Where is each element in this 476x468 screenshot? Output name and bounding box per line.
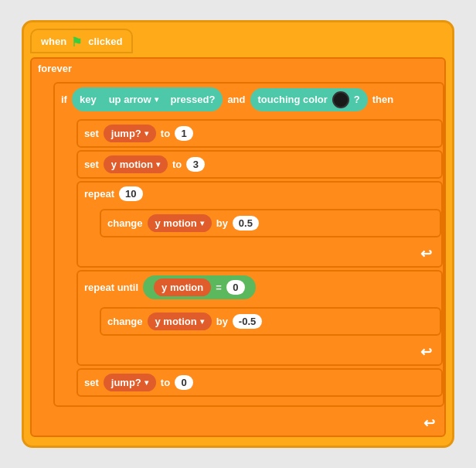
jump-arrow-1: ▾: [144, 129, 148, 138]
repeat-until-block: repeat until y motion = 0: [76, 270, 443, 366]
key-pressed-block[interactable]: key up arrow ▾ pressed?: [72, 87, 223, 111]
forever-header: forever: [32, 59, 444, 78]
repeat-10-block: repeat 10 change y motion ▾: [76, 181, 443, 268]
forever-label: forever: [38, 63, 72, 74]
change1-value[interactable]: 0.5: [233, 216, 259, 231]
repeat-until-label: repeat until: [84, 282, 138, 293]
condition-op: =: [216, 282, 222, 293]
set1-label: set: [84, 128, 99, 139]
jump-var-1: jump?: [111, 128, 141, 139]
if-body: set jump? ▾ to 1 set y motion ▾: [76, 115, 443, 401]
ymotion-dropdown-3[interactable]: y motion: [154, 278, 211, 296]
repeat-10-footer: ↩: [78, 241, 441, 266]
condition-value[interactable]: 0: [226, 280, 245, 295]
repeat-until-body: change y motion ▾ by -0.5: [100, 303, 441, 340]
and-label: and: [227, 94, 245, 105]
ymotion-dropdown-2[interactable]: y motion ▾: [148, 214, 212, 232]
by1-label: by: [216, 217, 228, 229]
ymotion-var-2: y motion: [155, 217, 197, 229]
ymotion-arrow-4: ▾: [200, 317, 204, 326]
to3-label: to: [161, 377, 170, 388]
repeat-10-header: repeat 10: [78, 183, 441, 205]
repeat1-label: repeat: [84, 188, 114, 200]
scratch-program: when clicked forever if key up arrow: [22, 20, 454, 448]
clicked-label: clicked: [88, 36, 122, 47]
question-mark: ?: [354, 94, 360, 105]
to2-label: to: [172, 159, 182, 170]
ymotion-var-4: y motion: [155, 316, 197, 327]
when-label: when: [41, 36, 66, 47]
touching-color-block[interactable]: touching color ?: [250, 88, 368, 111]
if-block: if key up arrow ▾ pressed? and touching …: [53, 82, 444, 407]
pressed-label: pressed?: [171, 94, 216, 105]
jump-var-2: jump?: [111, 377, 141, 388]
set-jump-1-block: set jump? ▾ to 1: [76, 119, 443, 148]
set3-value[interactable]: 0: [175, 375, 193, 390]
then-label: then: [372, 94, 393, 105]
set-ymotion-3-block: set y motion ▾ to 3: [76, 150, 443, 179]
key-label: key: [80, 94, 97, 105]
forever-footer: ↩: [32, 411, 444, 436]
ymotion-dropdown-4[interactable]: y motion ▾: [148, 313, 212, 330]
ymotion-var-3: y motion: [162, 282, 203, 293]
repeat-until-header: repeat until y motion = 0: [78, 272, 441, 303]
set2-value[interactable]: 3: [186, 157, 205, 172]
ymotion-arrow-2: ▾: [200, 219, 204, 227]
change-ymotion-neg05-block: change y motion ▾ by -0.5: [100, 307, 441, 336]
key-dropdown[interactable]: up arrow ▾: [101, 91, 166, 108]
set3-label: set: [84, 377, 99, 388]
repeat-until-arrow: ↩: [417, 342, 435, 362]
to1-label: to: [161, 128, 170, 139]
jump-dropdown-2[interactable]: jump? ▾: [104, 374, 156, 391]
ymotion-var-1: y motion: [111, 159, 153, 170]
jump-arrow-2: ▾: [144, 378, 148, 387]
change-ymotion-05-block: change y motion ▾ by 0.5: [100, 209, 441, 237]
touching-label: touching color: [258, 94, 328, 105]
change1-label: change: [107, 217, 143, 229]
set-jump-0-block: set jump? ▾ to 0: [76, 368, 443, 397]
change2-label: change: [107, 316, 143, 327]
color-circle[interactable]: [332, 91, 349, 108]
flag-icon: [71, 35, 83, 47]
repeat-until-footer: ↩: [78, 340, 441, 364]
set1-value[interactable]: 1: [175, 126, 193, 141]
if-header: if key up arrow ▾ pressed? and touching …: [55, 84, 443, 115]
if-footer: [55, 401, 443, 405]
by2-label: by: [216, 316, 228, 327]
repeat-10-body: change y motion ▾ by 0.5: [100, 205, 441, 241]
ymotion-dropdown-1[interactable]: y motion ▾: [104, 155, 168, 173]
condition-block[interactable]: y motion = 0: [143, 275, 256, 299]
if-label: if: [61, 94, 67, 105]
repeat1-times[interactable]: 10: [119, 186, 142, 201]
ymotion-arrow-1: ▾: [156, 160, 160, 169]
key-value: up arrow: [109, 94, 151, 105]
jump-dropdown-1[interactable]: jump? ▾: [104, 125, 156, 142]
change2-value[interactable]: -0.5: [233, 314, 262, 329]
hat-block: when clicked: [30, 29, 133, 53]
repeat-10-arrow: ↩: [417, 244, 435, 264]
forever-block: forever if key up arrow ▾ pressed?: [30, 57, 446, 437]
key-dropdown-arrow: ▾: [155, 95, 158, 104]
forever-arrow: ↩: [420, 413, 438, 433]
set2-label: set: [84, 159, 99, 170]
